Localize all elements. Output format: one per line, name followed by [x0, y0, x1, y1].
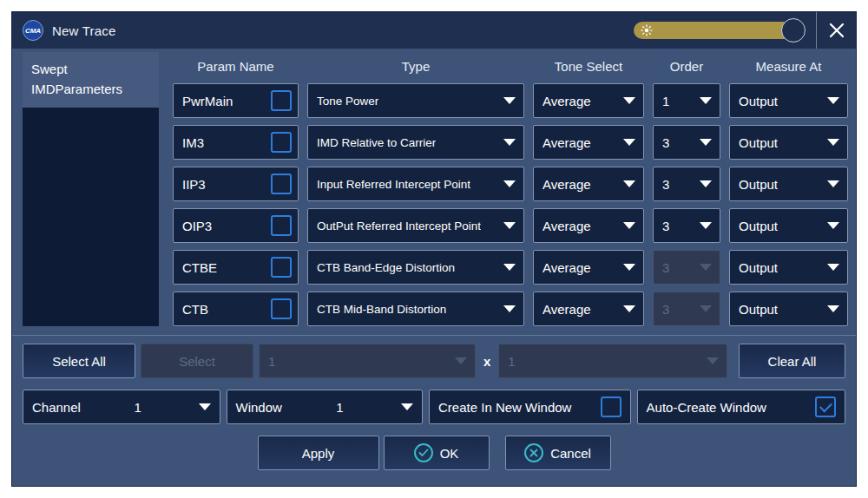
measure-at-dropdown[interactable]: Output [729, 292, 848, 326]
order-value: 3 [662, 177, 669, 192]
measure-at-dropdown[interactable]: Output [729, 125, 848, 160]
tone-select-dropdown[interactable]: Average [533, 167, 644, 201]
type-dropdown[interactable]: Input Referred Intercept Point [307, 167, 524, 201]
tone-select-value: Average [542, 260, 591, 275]
measure-at-dropdown[interactable]: Output [729, 167, 848, 201]
tone-select-dropdown[interactable]: Average [533, 125, 644, 160]
tone-select-dropdown[interactable]: Average [533, 292, 644, 326]
order-dropdown[interactable]: 3 [653, 167, 720, 201]
header-measure-at: Measure At [729, 59, 848, 74]
tone-select-value: Average [542, 135, 591, 150]
channel-dropdown[interactable]: Channel 1 [23, 390, 220, 424]
sidebar-panel [23, 108, 159, 326]
selection-left-dropdown-disabled[interactable]: 1 [259, 344, 476, 378]
param-checkbox[interactable] [271, 174, 292, 194]
window-label: Window [236, 400, 282, 415]
param-name-value: CTBE [182, 260, 217, 275]
tone-select-dropdown[interactable]: Average [533, 208, 644, 243]
chevron-down-icon [503, 264, 516, 271]
tone-select-dropdown[interactable]: Average [533, 83, 644, 118]
order-value: 3 [662, 219, 669, 233]
measure-at-dropdown[interactable]: Output [729, 250, 848, 285]
create-in-new-window-field: Create In New Window [429, 390, 631, 424]
ok-check-icon [414, 443, 433, 462]
param-name-field[interactable]: OIP3 [173, 208, 299, 243]
select-button-disabled[interactable]: Select [141, 344, 253, 378]
chevron-down-icon [827, 180, 839, 187]
param-name-field[interactable]: PwrMain [173, 83, 299, 118]
title-bar: CMA New Trace [12, 12, 856, 49]
param-name-field[interactable]: IIP3 [173, 167, 299, 201]
chevron-down-icon [503, 305, 516, 312]
window-title: New Trace [52, 23, 116, 38]
cancel-x-icon [524, 443, 543, 462]
cancel-button[interactable]: Cancel [505, 436, 611, 470]
param-name-field[interactable]: IM3 [173, 125, 299, 160]
auto-create-window-checkbox[interactable] [815, 396, 836, 417]
param-checkbox[interactable] [271, 132, 292, 153]
apply-button[interactable]: Apply [258, 436, 379, 470]
type-dropdown[interactable]: CTB Band-Edge Distortion [307, 250, 524, 285]
order-dropdown[interactable]: 3 [653, 208, 720, 243]
measure-at-value: Output [739, 177, 778, 192]
param-checkbox[interactable] [271, 90, 292, 111]
ok-button[interactable]: OK [384, 436, 490, 470]
type-value: IMD Relative to Carrier [317, 136, 436, 149]
measure-at-value: Output [739, 135, 778, 150]
chevron-down-icon [827, 222, 839, 229]
param-name-value: IIP3 [182, 177, 206, 192]
table-row: IIP3 Input Referred Intercept Point Aver… [173, 167, 848, 201]
measure-at-value: Output [739, 219, 778, 233]
measure-at-value: Output [739, 94, 778, 108]
type-value: CTB Band-Edge Distortion [317, 261, 455, 274]
chevron-down-icon [700, 97, 712, 104]
table-rows: PwrMain Tone Power Average 1 Output IM3 … [173, 83, 848, 326]
chevron-down-icon [700, 264, 712, 271]
dialog-body: Swept IMDParameters Param Name Type Tone… [12, 49, 856, 331]
order-dropdown[interactable]: 3 [653, 292, 720, 326]
param-name-field[interactable]: CTBE [173, 250, 299, 285]
brightness-slider[interactable] [634, 22, 804, 39]
measure-at-dropdown[interactable]: Output [729, 83, 848, 118]
measure-at-value: Output [739, 260, 778, 275]
chevron-down-icon [623, 264, 635, 271]
chevron-down-icon [623, 139, 635, 146]
order-dropdown[interactable]: 3 [653, 125, 720, 160]
chevron-down-icon [503, 97, 516, 104]
window-value: 1 [336, 400, 343, 415]
table-row: OIP3 OutPut Referred Intercept Point Ave… [173, 208, 848, 243]
clear-all-button[interactable]: Clear All [739, 344, 845, 378]
param-name-value: OIP3 [182, 219, 212, 233]
chevron-down-icon [503, 139, 516, 146]
new-trace-dialog: CMA New Trace Swept IMDParamete [11, 11, 857, 487]
type-dropdown[interactable]: CTB Mid-Band Distortion [307, 292, 524, 326]
order-dropdown[interactable]: 1 [653, 83, 720, 118]
create-in-new-window-checkbox[interactable] [601, 396, 621, 417]
param-checkbox[interactable] [271, 257, 292, 278]
type-dropdown[interactable]: OutPut Referred Intercept Point [307, 208, 524, 243]
chevron-down-icon [503, 222, 516, 229]
sidebar-tab-swept-imd-parameters[interactable]: Swept IMDParameters [23, 52, 159, 108]
brightness-slider-knob[interactable] [781, 18, 806, 43]
chevron-down-icon [623, 305, 635, 312]
close-button[interactable] [816, 12, 856, 49]
chevron-down-icon [503, 180, 516, 187]
brightness-sun-icon [641, 24, 653, 36]
window-dropdown[interactable]: Window 1 [227, 390, 424, 424]
param-checkbox[interactable] [271, 215, 292, 236]
measure-at-dropdown[interactable]: Output [729, 208, 848, 243]
order-dropdown[interactable]: 3 [653, 250, 720, 285]
param-name-field[interactable]: CTB [173, 292, 299, 326]
order-value: 3 [662, 135, 669, 150]
app-logo-icon: CMA [23, 20, 43, 41]
chevron-down-icon [700, 305, 712, 312]
param-name-value: IM3 [182, 135, 204, 150]
tone-select-dropdown[interactable]: Average [533, 250, 644, 285]
param-checkbox[interactable] [271, 298, 292, 319]
type-dropdown[interactable]: Tone Power [307, 83, 524, 118]
select-all-button[interactable]: Select All [23, 344, 135, 378]
chevron-down-icon [700, 222, 712, 229]
chevron-down-icon [455, 357, 467, 364]
type-dropdown[interactable]: IMD Relative to Carrier [307, 125, 524, 160]
selection-right-dropdown-disabled[interactable]: 1 [498, 344, 727, 378]
